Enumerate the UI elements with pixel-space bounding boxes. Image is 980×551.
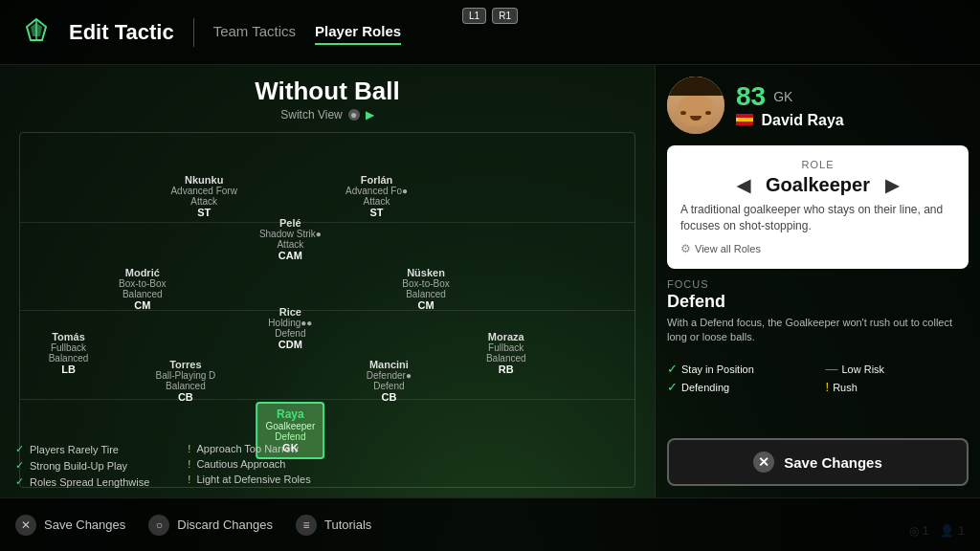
player-forlan[interactable]: Forlán Advanced Fo● Attack ST <box>345 174 408 218</box>
main-content: Without Ball Switch View ● ▶ Nkunku Adva… <box>0 65 980 497</box>
player-nusken[interactable]: Nüsken Box-to-Box Balanced CM <box>402 267 449 311</box>
positive-notifications: ✓ Players Rarely Tire ✓ Strong Build-Up … <box>15 443 149 488</box>
player-name-row: David Raya <box>736 112 969 129</box>
right-panel: 83 GK David Raya Role ◀ Goalkeeper ▶ A t… <box>655 65 980 497</box>
player-header: 83 GK David Raya <box>667 77 969 134</box>
switch-view-btn[interactable]: Switch View ● ▶ <box>280 108 373 121</box>
r1-button[interactable]: R1 <box>492 8 518 24</box>
trait-rush: ! Rush <box>826 380 969 394</box>
role-card-label: Role <box>680 159 955 170</box>
discard-changes-icon: ○ <box>148 515 169 536</box>
tab-player-roles[interactable]: Player Roles <box>315 19 401 45</box>
l1-button[interactable]: L1 <box>462 8 486 24</box>
player-mancini[interactable]: Mancini Defender● Defend CB <box>367 359 412 403</box>
save-changes-icon: ✕ <box>15 515 36 536</box>
bottom-bar: ✕ Save Changes ○ Discard Changes ≡ Tutor… <box>0 497 980 551</box>
focus-description: With a Defend focus, the Goalkeeper won'… <box>667 316 969 345</box>
view-all-roles-btn[interactable]: ⚙ View all Roles <box>680 242 955 255</box>
save-x-icon: ✕ <box>753 452 774 473</box>
notifications-area: ✓ Players Rarely Tire ✓ Strong Build-Up … <box>15 443 645 488</box>
notif-roles-spread: ✓ Roles Spread Lengthwise <box>15 475 149 488</box>
player-rice[interactable]: Rice Holding●● Defend CDM <box>268 306 312 350</box>
save-changes-button-panel[interactable]: ✕ Save Changes <box>667 438 969 486</box>
role-prev-arrow[interactable]: ◀ <box>737 175 750 196</box>
notif-approach-narrow: ! Approach Too Narrow <box>188 443 310 454</box>
save-changes-button-bottom[interactable]: ✕ Save Changes <box>15 515 125 536</box>
player-torres[interactable]: Torres Ball-Playing D Balanced CB <box>155 359 215 403</box>
page-title: Edit Tactic <box>69 20 174 45</box>
player-avatar <box>667 77 724 134</box>
role-name: Goalkeeper <box>766 174 870 196</box>
pitch-line-3 <box>20 399 635 400</box>
formation-grid: Nkunku Advanced Forw Attack ST Forlán Ad… <box>19 132 635 488</box>
notif-build-up: ✓ Strong Build-Up Play <box>15 459 149 472</box>
tutorials-button[interactable]: ≡ Tutorials <box>296 515 371 536</box>
pitch-background <box>19 132 635 488</box>
pitch-area: Without Ball Switch View ● ▶ Nkunku Adva… <box>0 65 655 497</box>
role-card: Role ◀ Goalkeeper ▶ A traditional goalke… <box>667 145 969 269</box>
player-info: 83 GK David Raya <box>736 81 969 129</box>
role-next-arrow[interactable]: ▶ <box>885 175 899 196</box>
trait-stay-in-position: ✓ Stay in Position <box>667 362 811 376</box>
notif-cautious: ! Cautious Approach <box>188 458 310 470</box>
header-nav: Team Tactics Player Roles <box>213 19 401 45</box>
player-rating: 83 <box>736 81 766 112</box>
player-pele[interactable]: Pelé Shadow Strik● Attack CAM <box>259 217 322 261</box>
tutorials-icon: ≡ <box>296 515 317 536</box>
player-full-name: David Raya <box>761 112 843 128</box>
player-position-badge: GK <box>773 89 792 104</box>
notif-players-tire: ✓ Players Rarely Tire <box>15 443 149 455</box>
tab-team-tactics[interactable]: Team Tactics <box>213 19 296 45</box>
player-rating-row: 83 GK <box>736 81 969 112</box>
focus-name: Defend <box>667 292 969 312</box>
player-modric[interactable]: Modrić Box-to-Box Balanced CM <box>119 267 166 311</box>
player-flag <box>736 114 753 125</box>
warning-notifications: ! Approach Too Narrow ! Cautious Approac… <box>188 443 310 488</box>
pitch-line-2 <box>20 310 635 311</box>
pitch-mode-title: Without Ball <box>255 77 399 106</box>
role-description: A traditional goalkeeper who stays on th… <box>680 202 955 234</box>
traits-grid: ✓ Stay in Position — Low Risk ✓ Defendin… <box>667 362 969 394</box>
app-logo <box>19 15 54 50</box>
controller-buttons: L1 R1 <box>462 8 518 24</box>
switch-view-icon: ● <box>348 109 360 121</box>
player-moraza[interactable]: Moraza Fullback Balanced RB <box>486 331 526 375</box>
discard-changes-button[interactable]: ○ Discard Changes <box>148 515 273 536</box>
trait-defending: ✓ Defending <box>667 380 811 394</box>
focus-section: Focus Defend With a Defend focus, the Go… <box>667 278 969 345</box>
trait-low-risk: — Low Risk <box>826 362 969 376</box>
player-tomas[interactable]: Tomás Fullback Balanced LB <box>49 331 89 375</box>
pitch-line-1 <box>20 222 635 223</box>
focus-label: Focus <box>667 278 969 290</box>
header-divider <box>193 18 194 47</box>
role-nav: ◀ Goalkeeper ▶ <box>680 174 955 196</box>
notif-light-defensive: ! Light at Defensive Roles <box>188 474 310 485</box>
player-nkunku[interactable]: Nkunku Advanced Forw Attack ST <box>170 174 236 218</box>
